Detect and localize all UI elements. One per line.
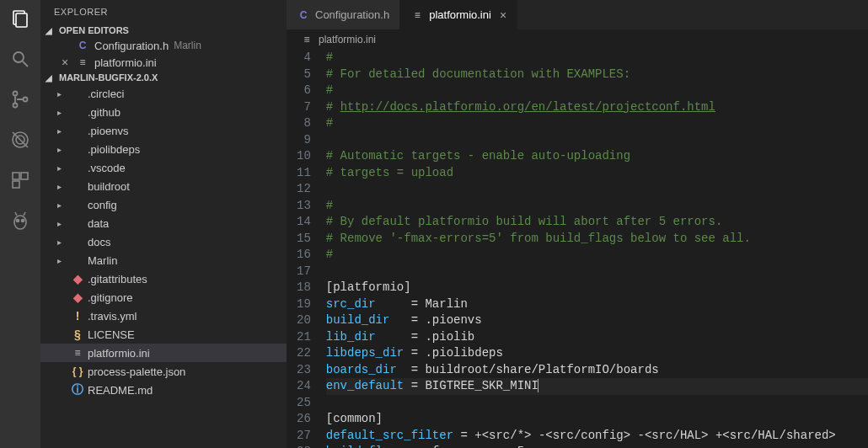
code-editor[interactable]: 4567891011121314151617181920212223242526…: [287, 50, 868, 448]
code-line[interactable]: # Remove '-fmax-errors=5' from build_fla…: [326, 231, 868, 248]
code-line[interactable]: # Automatic targets - enable auto-upload…: [326, 148, 868, 165]
svg-point-6: [24, 98, 28, 102]
svg-point-2: [13, 52, 24, 62]
line-number: 8: [297, 115, 311, 132]
tree-folder[interactable]: ▸.github: [40, 103, 287, 121]
code-line[interactable]: boards_dir = buildroot/share/PlatformIO/…: [326, 362, 868, 379]
folder-icon: [71, 161, 84, 174]
activity-search[interactable]: [8, 47, 32, 71]
tree-folder[interactable]: ▸.vscode: [40, 158, 287, 177]
line-number: 13: [297, 198, 311, 215]
code-line[interactable]: # By default platformio build will abort…: [326, 214, 868, 231]
tree-file[interactable]: ◆.gitattributes: [40, 269, 287, 288]
activity-source-control[interactable]: [8, 88, 32, 111]
code-line[interactable]: #: [326, 198, 868, 215]
svg-rect-10: [13, 173, 19, 179]
line-number: 12: [297, 181, 311, 198]
svg-rect-1: [16, 13, 27, 27]
close-icon[interactable]: ×: [500, 8, 506, 22]
folder-icon: [71, 235, 84, 248]
line-number: 5: [297, 67, 311, 83]
code-line[interactable]: ⊟build_flags = -fmax-errors=5: [326, 444, 868, 448]
code-line[interactable]: [326, 132, 868, 149]
file-icon: ◆: [71, 272, 84, 285]
chevron-down-icon: ◢: [46, 26, 57, 35]
code-line[interactable]: #: [326, 247, 868, 264]
folder-icon: [71, 198, 84, 211]
tree-folder[interactable]: ▸Marlin: [40, 251, 287, 269]
tree-folder[interactable]: ▸data: [40, 214, 287, 232]
file-name: platformio.ini: [94, 56, 157, 69]
code-line[interactable]: [326, 395, 868, 412]
code-line[interactable]: lib_dir = .piolib: [326, 329, 868, 346]
activity-extensions[interactable]: [8, 168, 32, 192]
fold-icon[interactable]: ⊟: [314, 444, 319, 448]
svg-point-4: [13, 92, 18, 96]
activity-bar: [0, 0, 40, 448]
tree-folder[interactable]: ▸.pioenvs: [40, 121, 287, 140]
tree-folder[interactable]: ▸.circleci: [40, 84, 287, 103]
editor-tab[interactable]: CConfiguration.h: [287, 0, 400, 29]
open-editor-item[interactable]: CConfiguration.hMarlin: [42, 37, 287, 54]
code-line[interactable]: [common]: [326, 411, 868, 428]
code-line[interactable]: # For detailed documentation with EXAMPL…: [326, 67, 868, 83]
file-icon: !: [71, 309, 84, 323]
code-line[interactable]: src_dir = Marlin: [326, 296, 868, 313]
editor-tab[interactable]: ≡platformio.ini×: [400, 0, 517, 29]
tree-folder[interactable]: ▸.piolibdeps: [40, 140, 287, 158]
svg-point-13: [14, 216, 26, 229]
open-editors-header[interactable]: ◢ OPEN EDITORS: [40, 24, 287, 37]
activity-debug[interactable]: [8, 128, 32, 152]
code-line[interactable]: libdeps_dir = .piolibdeps: [326, 345, 868, 362]
item-label: .gitignore: [88, 291, 132, 304]
tree-folder[interactable]: ▸docs: [40, 232, 287, 251]
workspace-root-header[interactable]: ◢ MARLIN-BUGFIX-2.0.X: [40, 71, 287, 84]
code-line[interactable]: env_default = BIGTREE_SKR_MINI: [326, 378, 868, 395]
line-number: 26: [297, 411, 311, 428]
line-number: 14: [297, 214, 311, 231]
tree-file[interactable]: §LICENSE: [40, 325, 287, 344]
line-number: 19: [297, 296, 311, 313]
close-icon[interactable]: ×: [59, 56, 71, 69]
activity-platformio[interactable]: [8, 209, 32, 232]
code-line[interactable]: #: [326, 115, 868, 132]
line-number: 24: [297, 378, 311, 395]
tree-file[interactable]: ≡platformio.ini: [40, 344, 287, 362]
line-number: 25: [297, 395, 311, 412]
line-number: 21: [297, 329, 311, 346]
line-number: 15: [297, 231, 311, 248]
folder-icon: [71, 105, 84, 119]
tree-file[interactable]: ⓘREADME.md: [40, 381, 287, 399]
chevron-right-icon: ▸: [57, 256, 67, 265]
code-line[interactable]: [326, 264, 868, 280]
code-line[interactable]: [platformio]: [326, 280, 868, 296]
tab-label: Configuration.h: [315, 8, 389, 21]
activity-explorer[interactable]: [8, 7, 32, 30]
tree-file[interactable]: ◆.gitignore: [40, 288, 287, 307]
tree-folder[interactable]: ▸config: [40, 195, 287, 214]
tree-folder[interactable]: ▸buildroot: [40, 177, 287, 195]
item-label: README.md: [88, 384, 153, 397]
svg-point-15: [22, 220, 24, 222]
item-label: process-palette.json: [88, 365, 185, 378]
code-line[interactable]: default_src_filter = +<src/*> -<src/conf…: [326, 428, 868, 445]
line-number: 28: [297, 444, 311, 448]
item-label: .piolibdeps: [88, 143, 140, 156]
sidebar: EXPLORER ◢ OPEN EDITORS CConfiguration.h…: [40, 0, 287, 448]
code-line[interactable]: build_dir = .pioenvs: [326, 312, 868, 329]
tree-file[interactable]: !.travis.yml: [40, 307, 287, 325]
code-line[interactable]: #: [326, 83, 868, 99]
code-line[interactable]: [326, 181, 868, 198]
code-line[interactable]: # targets = upload: [326, 165, 868, 182]
folder-icon: [71, 142, 84, 156]
line-number: 17: [297, 264, 311, 280]
file-icon: ≡: [410, 8, 424, 22]
item-label: config: [88, 199, 117, 211]
folder-icon: [71, 179, 84, 193]
tree-file[interactable]: { }process-palette.json: [40, 362, 287, 381]
code-line[interactable]: # http://docs.platformio.org/en/latest/p…: [326, 99, 868, 116]
code-line[interactable]: #: [326, 50, 868, 67]
open-editor-item[interactable]: ×≡platformio.ini: [42, 54, 287, 71]
breadcrumb[interactable]: ≡ platformio.ini: [287, 29, 868, 50]
tab-label: platformio.ini: [429, 8, 491, 21]
